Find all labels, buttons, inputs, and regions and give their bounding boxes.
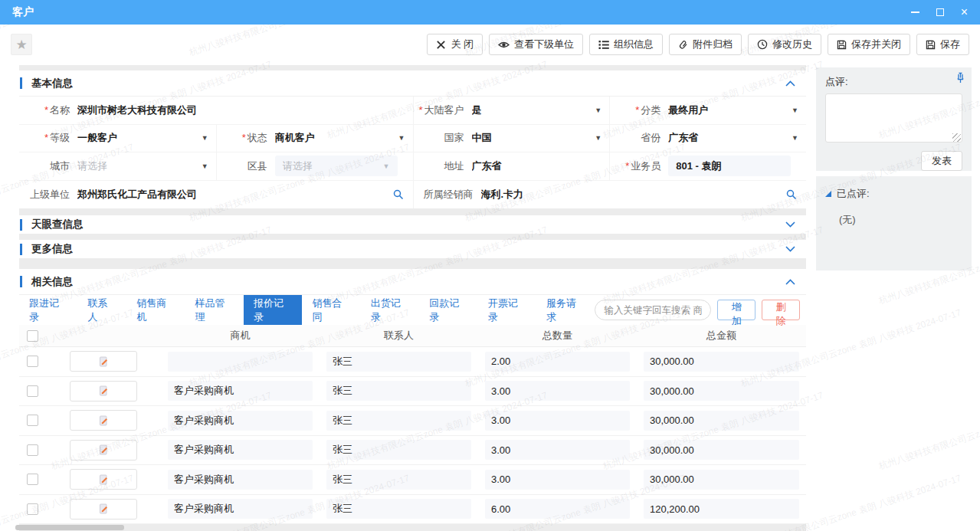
quantity-cell[interactable]: 2.00	[485, 352, 630, 372]
amount-cell[interactable]: 120,200.00	[644, 499, 799, 519]
row-edit-button[interactable]	[70, 440, 137, 461]
window-title: 客户	[12, 5, 34, 19]
row-edit-button[interactable]	[70, 410, 137, 431]
field-district: 区县 请选择▼	[216, 152, 413, 180]
tab-service-requests[interactable]: 服务请求	[536, 295, 595, 325]
opportunity-cell[interactable]: 客户采购商机	[168, 470, 313, 490]
row-edit-button[interactable]	[70, 499, 137, 520]
collapse-basic-button[interactable]	[785, 80, 795, 87]
address-input[interactable]: 广东省	[472, 159, 610, 173]
field-mainland: 大陆客户 是▼	[413, 97, 610, 124]
quantity-cell[interactable]: 3.00	[485, 440, 630, 460]
tab-quote-records[interactable]: 报价记录	[244, 295, 302, 325]
opportunity-cell[interactable]	[168, 352, 313, 372]
table-row: 客户采购商机 张三 6.00 120,200.00	[19, 495, 806, 525]
expand-more-info-button[interactable]	[785, 246, 795, 252]
row-checkbox[interactable]	[27, 444, 38, 456]
close-record-button[interactable]: 关 闭	[427, 34, 483, 55]
tab-follow-records[interactable]: 跟进记录	[19, 295, 77, 325]
row-edit-button[interactable]	[70, 351, 137, 372]
name-label: 名称	[19, 103, 77, 117]
row-checkbox[interactable]	[27, 503, 38, 515]
collapse-related-button[interactable]	[785, 279, 795, 285]
amount-cell[interactable]: 30,000.00	[644, 440, 799, 460]
view-subordinates-button[interactable]: 查看下级单位	[489, 34, 583, 55]
org-info-button[interactable]: 组织信息	[589, 34, 663, 55]
country-select[interactable]: 中国▼	[472, 131, 610, 145]
commented-empty-value: (无)	[839, 213, 962, 227]
comment-box-wrap	[825, 93, 962, 145]
contact-cell[interactable]: 张三	[326, 470, 471, 490]
quantity-cell[interactable]: 3.00	[485, 470, 630, 490]
tab-contacts[interactable]: 联系人	[77, 295, 126, 325]
save-button[interactable]: 保存	[916, 34, 969, 55]
tab-sales-contracts[interactable]: 销售合同	[302, 295, 360, 325]
quantity-cell[interactable]: 3.00	[485, 411, 630, 431]
select-all-checkbox[interactable]	[27, 330, 38, 342]
row-edit-button[interactable]	[70, 381, 137, 402]
close-window-button[interactable]: ×	[961, 6, 968, 18]
category-select[interactable]: 最终用户▼	[668, 103, 806, 117]
search-icon[interactable]	[786, 189, 797, 200]
delete-button[interactable]: 删除	[762, 300, 800, 320]
amount-cell[interactable]: 30,000.00	[644, 470, 799, 490]
name-input[interactable]: 深圳市树老大科技有限公司	[77, 103, 413, 117]
status-select[interactable]: 商机客户▼	[275, 131, 413, 145]
history-button[interactable]: 修改历史	[748, 34, 821, 55]
add-button[interactable]: 增加	[717, 300, 755, 320]
tab-payment-records[interactable]: 回款记录	[419, 295, 477, 325]
comment-textarea[interactable]	[825, 93, 962, 143]
row-checkbox[interactable]	[27, 385, 38, 397]
row-checkbox[interactable]	[27, 415, 38, 426]
tab-invoice-records[interactable]: 开票记录	[478, 295, 536, 325]
tab-samples[interactable]: 样品管理	[185, 295, 244, 325]
amount-cell[interactable]: 30,000.00	[644, 381, 799, 401]
horizontal-scrollbar[interactable]	[15, 525, 124, 530]
tab-shipment-records[interactable]: 出货记录	[361, 295, 419, 325]
amount-cell[interactable]: 30,000.00	[644, 352, 799, 372]
commented-header[interactable]: 已点评:	[825, 187, 962, 201]
opportunity-cell[interactable]: 客户采购商机	[168, 499, 313, 519]
maximize-button[interactable]	[936, 8, 944, 16]
save-and-close-button[interactable]: 保存并关闭	[828, 34, 910, 55]
district-label: 区县	[217, 159, 275, 173]
chevron-up-icon	[785, 279, 795, 285]
publish-button[interactable]: 发表	[921, 151, 962, 171]
keyword-search-input[interactable]	[595, 300, 711, 320]
section-accent-bar	[20, 276, 22, 287]
expand-tianyancha-button[interactable]	[785, 221, 795, 228]
list-toolbar: 增加 删除	[595, 295, 806, 325]
field-status: 状态 商机客户▼	[216, 125, 413, 152]
level-select[interactable]: 一般客户▼	[77, 131, 216, 145]
maximize-icon	[936, 8, 944, 16]
tab-opportunities[interactable]: 销售商机	[126, 295, 185, 325]
opportunity-cell[interactable]: 客户采购商机	[168, 440, 313, 460]
opportunity-cell[interactable]: 客户采购商机	[168, 411, 313, 431]
mainland-select[interactable]: 是▼	[472, 103, 610, 117]
contact-cell[interactable]: 张三	[326, 499, 471, 519]
distributor-lookup[interactable]: 海利.卡力	[481, 188, 807, 202]
contact-cell[interactable]: 张三	[326, 352, 471, 372]
amount-cell[interactable]: 30,000.00	[644, 411, 799, 431]
city-select[interactable]: 请选择▼	[77, 159, 216, 173]
search-icon[interactable]	[393, 189, 404, 200]
contact-cell[interactable]: 张三	[326, 440, 471, 460]
contact-cell[interactable]: 张三	[326, 411, 471, 431]
pin-icon[interactable]	[955, 72, 965, 86]
province-select[interactable]: 广东省▼	[668, 131, 806, 145]
quantity-cell[interactable]: 6.00	[485, 499, 630, 519]
row-checkbox[interactable]	[27, 474, 38, 485]
minimize-button[interactable]	[911, 11, 919, 13]
opportunity-cell[interactable]: 客户采购商机	[168, 381, 313, 401]
chevron-up-icon	[785, 80, 795, 87]
attachments-button[interactable]: 附件归档	[669, 34, 742, 55]
chevron-down-icon: ▼	[379, 162, 390, 170]
row-edit-button[interactable]	[70, 469, 137, 490]
parent-unit-lookup[interactable]: 郑州郑氏化工产品有限公司	[77, 188, 413, 202]
salesperson-input[interactable]: 801 - 袁朗	[668, 156, 806, 176]
contact-cell[interactable]: 张三	[326, 381, 471, 401]
row-checkbox[interactable]	[27, 356, 38, 367]
favorite-button[interactable]: ★	[11, 34, 32, 55]
quantity-cell[interactable]: 3.00	[485, 381, 630, 401]
field-country: 国家 中国▼	[413, 125, 610, 152]
